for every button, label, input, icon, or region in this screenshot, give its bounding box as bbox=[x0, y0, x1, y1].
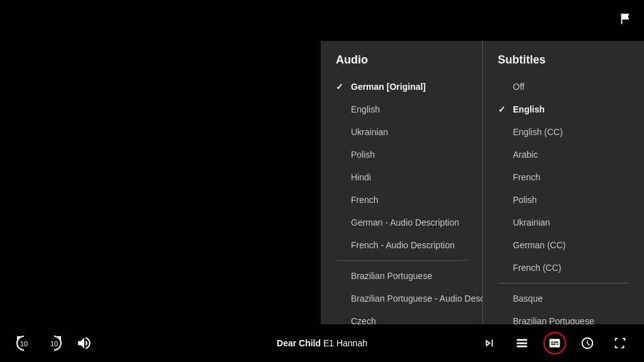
subtitle-item-label: English bbox=[513, 104, 545, 114]
episode-info: E1 Hannah bbox=[323, 338, 367, 348]
speed-button[interactable] bbox=[576, 332, 599, 354]
subtitle-list-item[interactable]: ✓English bbox=[483, 98, 645, 121]
subtitle-list-item[interactable]: French (CC) bbox=[483, 256, 645, 279]
checkmark-icon: ✓ bbox=[498, 104, 511, 114]
audio-list-item[interactable]: Ukrainian bbox=[321, 121, 482, 143]
subtitle-list-item[interactable]: Off bbox=[483, 75, 645, 98]
audio-list-item[interactable]: ✓German [Original] bbox=[321, 75, 482, 98]
episodes-button[interactable] bbox=[511, 332, 533, 354]
subtitle-list-item[interactable]: Ukrainian bbox=[483, 211, 645, 234]
subtitles-button[interactable] bbox=[543, 332, 566, 354]
audio-item-label: English bbox=[351, 104, 380, 114]
svg-text:10: 10 bbox=[50, 340, 58, 348]
subtitle-list-item[interactable]: English (CC) bbox=[483, 121, 645, 143]
audio-list-item[interactable]: French - Audio Description bbox=[321, 234, 482, 256]
subtitle-item-label: Off bbox=[513, 82, 525, 92]
subtitle-item-label: Brazilian Portuguese bbox=[513, 316, 594, 324]
subtitle-item-label: Basque bbox=[513, 293, 543, 304]
subtitle-list-item[interactable]: Basque bbox=[483, 287, 645, 310]
bottom-left-controls: 10 10 bbox=[13, 332, 96, 354]
skip-back-button[interactable]: 10 bbox=[13, 332, 35, 354]
audio-item-label: French - Audio Description bbox=[351, 240, 455, 250]
svg-text:10: 10 bbox=[20, 340, 28, 348]
audio-list-item[interactable]: Hindi bbox=[321, 166, 482, 189]
subtitle-item-label: English (CC) bbox=[513, 127, 563, 137]
skip-forward-button[interactable]: 10 bbox=[43, 332, 65, 354]
flag-icon[interactable] bbox=[616, 10, 634, 28]
audio-item-label: Czech bbox=[351, 316, 376, 324]
audio-list-item[interactable]: German - Audio Description bbox=[321, 211, 482, 234]
svg-rect-6 bbox=[517, 346, 528, 348]
subtitle-list-item[interactable]: Brazilian Portuguese bbox=[483, 310, 645, 324]
audio-subtitles-panel: Audio ✓German [Original]EnglishUkrainian… bbox=[321, 41, 644, 324]
audio-header: Audio bbox=[321, 53, 482, 75]
audio-item-label: French bbox=[351, 195, 379, 205]
checkmark-icon: ✓ bbox=[336, 82, 348, 92]
svg-rect-5 bbox=[517, 343, 528, 344]
divider bbox=[336, 260, 467, 261]
show-title: Dear Child bbox=[277, 338, 321, 348]
audio-item-label: Hindi bbox=[351, 172, 371, 182]
subtitle-item-label: Arabic bbox=[513, 150, 538, 160]
svg-rect-4 bbox=[517, 339, 528, 341]
subtitle-list-item[interactable]: French bbox=[483, 166, 645, 189]
bottom-right-controls bbox=[478, 332, 631, 354]
audio-list-item[interactable]: English bbox=[321, 98, 482, 121]
subtitle-item-label: Polish bbox=[513, 195, 537, 205]
bottom-bar: 10 10 Dear Child E1 Hannah bbox=[0, 324, 644, 362]
subtitle-list-item[interactable]: Polish bbox=[483, 189, 645, 211]
subtitle-list-item[interactable]: German (CC) bbox=[483, 234, 645, 256]
audio-list: ✓German [Original]EnglishUkrainianPolish… bbox=[321, 75, 482, 324]
divider bbox=[498, 283, 630, 283]
fullscreen-button[interactable] bbox=[609, 332, 631, 354]
audio-item-label: Brazilian Portuguese - Audio Description bbox=[351, 293, 483, 304]
audio-item-label: Brazilian Portuguese bbox=[351, 271, 432, 281]
audio-list-item[interactable]: Polish bbox=[321, 143, 482, 166]
subtitles-column: Subtitles Off✓EnglishEnglish (CC)ArabicF… bbox=[483, 41, 645, 324]
play-next-button[interactable] bbox=[478, 332, 501, 354]
title-center: Dear Child E1 Hannah bbox=[277, 338, 367, 348]
audio-list-item[interactable]: French bbox=[321, 189, 482, 211]
subtitle-item-label: German (CC) bbox=[513, 240, 566, 250]
volume-button[interactable] bbox=[73, 332, 96, 354]
audio-column: Audio ✓German [Original]EnglishUkrainian… bbox=[321, 41, 483, 324]
audio-item-label: Ukrainian bbox=[351, 127, 388, 137]
audio-item-label: German [Original] bbox=[351, 82, 426, 92]
audio-list-item[interactable]: Brazilian Portuguese bbox=[321, 265, 482, 287]
subtitle-item-label: French bbox=[513, 172, 541, 182]
subtitles-header: Subtitles bbox=[483, 53, 645, 75]
audio-list-item[interactable]: Czech bbox=[321, 310, 482, 324]
subtitles-list: Off✓EnglishEnglish (CC)ArabicFrenchPolis… bbox=[483, 75, 645, 324]
audio-item-label: German - Audio Description bbox=[351, 217, 459, 228]
subtitle-list-item[interactable]: Arabic bbox=[483, 143, 645, 166]
subtitle-item-label: Ukrainian bbox=[513, 217, 550, 228]
audio-list-item[interactable]: Brazilian Portuguese - Audio Description bbox=[321, 287, 482, 310]
subtitle-item-label: French (CC) bbox=[513, 263, 562, 273]
audio-item-label: Polish bbox=[351, 150, 375, 160]
